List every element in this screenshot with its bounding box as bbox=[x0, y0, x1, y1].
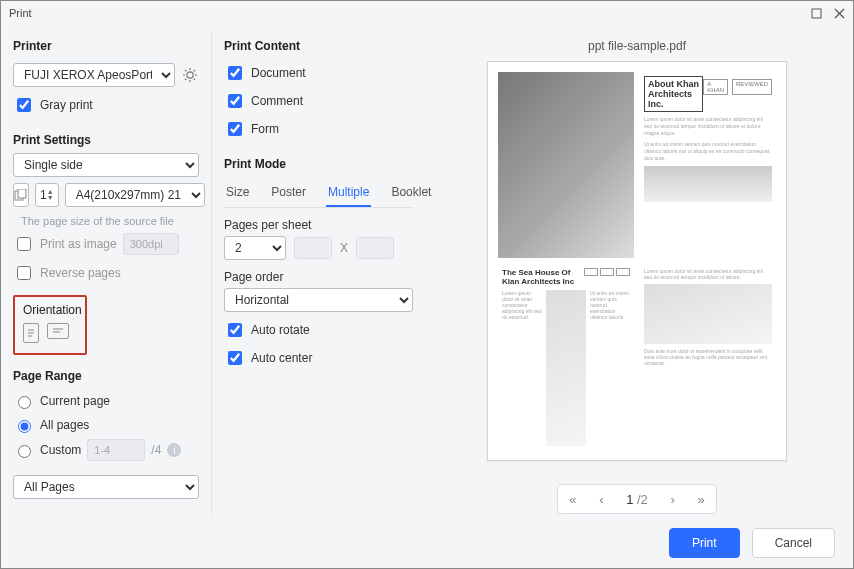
preview-area: About Khan Architects Inc. A KHANREVIEWE… bbox=[441, 61, 833, 474]
maximize-icon[interactable] bbox=[811, 8, 822, 19]
pages-per-sheet-label: Pages per sheet bbox=[224, 218, 413, 232]
dialog-footer: Print Cancel bbox=[1, 518, 853, 568]
print-button[interactable]: Print bbox=[669, 528, 740, 558]
auto-rotate-checkbox[interactable]: Auto rotate bbox=[224, 320, 413, 340]
printer-select[interactable]: FUJI XEROX ApeosPort-VI C3370 bbox=[13, 63, 175, 87]
preview-page-1 bbox=[498, 72, 634, 258]
preview-page-3: The Sea House Of Klan Architects Inc Lor… bbox=[498, 264, 634, 450]
print-as-image-checkbox[interactable]: Print as image bbox=[13, 234, 117, 254]
orientation-portrait-button[interactable] bbox=[23, 323, 39, 343]
titlebar: Print bbox=[1, 1, 853, 25]
collate-icon[interactable] bbox=[13, 183, 29, 207]
print-dialog: Print Printer FUJI XEROX ApeosPort-VI C3… bbox=[0, 0, 854, 569]
preview-page-2: About Khan Architects Inc. A KHANREVIEWE… bbox=[640, 72, 776, 258]
svg-point-3 bbox=[187, 72, 193, 78]
pages-per-sheet-select[interactable]: 2 bbox=[224, 236, 286, 260]
svg-line-8 bbox=[185, 70, 186, 71]
pager-last-button[interactable]: » bbox=[697, 492, 704, 507]
all-pages-radio[interactable]: All pages bbox=[13, 417, 199, 433]
print-content-section-title: Print Content bbox=[224, 39, 413, 53]
custom-range-total: /4 bbox=[151, 443, 161, 457]
print-as-image-input[interactable] bbox=[17, 237, 31, 251]
tab-size[interactable]: Size bbox=[224, 181, 251, 207]
cancel-button[interactable]: Cancel bbox=[752, 528, 835, 558]
preview-sheet: About Khan Architects Inc. A KHANREVIEWE… bbox=[487, 61, 787, 461]
printer-section-title: Printer bbox=[13, 39, 199, 53]
printer-properties-button[interactable] bbox=[181, 66, 199, 84]
preview-page-4: Lorem ipsum dolor sit amet consectetur a… bbox=[640, 264, 776, 450]
current-page-radio[interactable]: Current page bbox=[13, 393, 199, 409]
gray-print-checkbox[interactable]: Gray print bbox=[13, 95, 199, 115]
duplex-select[interactable]: Single side bbox=[13, 153, 199, 177]
paper-size-select[interactable]: A4(210x297mm) 21 bbox=[65, 183, 205, 207]
print-mode-tabs: Size Poster Multiple Booklet bbox=[224, 181, 413, 208]
print-mode-section-title: Print Mode bbox=[224, 157, 413, 171]
custom-range-radio[interactable]: Custom bbox=[13, 442, 81, 458]
copies-stepper[interactable]: 1 ▲▼ bbox=[35, 183, 59, 207]
reverse-pages-input[interactable] bbox=[17, 266, 31, 280]
preview-filename: ppt file-sample.pdf bbox=[588, 39, 686, 53]
content-form-checkbox[interactable]: Form bbox=[224, 119, 413, 139]
pps-rows-input bbox=[356, 237, 394, 259]
svg-line-9 bbox=[194, 79, 195, 80]
print-settings-section-title: Print Settings bbox=[13, 133, 199, 147]
close-icon[interactable] bbox=[834, 8, 845, 19]
preview-pager: « ‹ 1 /2 › » bbox=[557, 484, 717, 514]
content-document-checkbox[interactable]: Document bbox=[224, 63, 413, 83]
pps-cols-input bbox=[294, 237, 332, 259]
window-title: Print bbox=[9, 7, 32, 19]
svg-rect-13 bbox=[18, 189, 26, 198]
svg-line-11 bbox=[194, 70, 195, 71]
pps-x-label: X bbox=[340, 241, 348, 255]
info-icon[interactable]: i bbox=[167, 443, 181, 457]
dpi-field: 300dpi bbox=[123, 233, 179, 255]
svg-line-10 bbox=[185, 79, 186, 80]
orientation-section-title: Orientation bbox=[23, 303, 77, 317]
reverse-pages-checkbox[interactable]: Reverse pages bbox=[13, 263, 199, 283]
source-size-note: The page size of the source file bbox=[21, 215, 199, 227]
svg-rect-0 bbox=[812, 9, 821, 18]
tab-poster[interactable]: Poster bbox=[269, 181, 308, 207]
custom-range-input: 1-4 bbox=[87, 439, 145, 461]
tab-multiple[interactable]: Multiple bbox=[326, 181, 371, 207]
pager-next-button[interactable]: › bbox=[670, 492, 674, 507]
page-subset-select[interactable]: All Pages bbox=[13, 475, 199, 499]
auto-center-checkbox[interactable]: Auto center bbox=[224, 348, 413, 368]
orientation-landscape-button[interactable] bbox=[47, 323, 69, 339]
page-range-section-title: Page Range bbox=[13, 369, 199, 383]
gray-print-input[interactable] bbox=[17, 98, 31, 112]
pager-first-button[interactable]: « bbox=[569, 492, 576, 507]
orientation-group: Orientation bbox=[13, 295, 87, 355]
pager-prev-button[interactable]: ‹ bbox=[599, 492, 603, 507]
page-order-label: Page order bbox=[224, 270, 413, 284]
pager-position: 1 /2 bbox=[626, 492, 648, 507]
content-comment-checkbox[interactable]: Comment bbox=[224, 91, 413, 111]
page-order-select[interactable]: Horizontal bbox=[224, 288, 413, 312]
